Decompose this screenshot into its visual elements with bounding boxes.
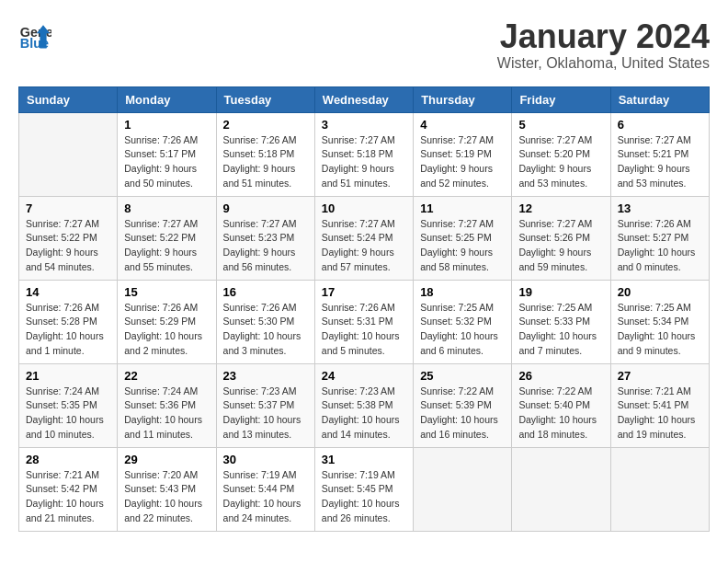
day-number: 30 <box>223 453 308 466</box>
day-number: 19 <box>518 285 603 299</box>
calendar-week-2: 7Sunrise: 7:27 AM Sunset: 5:22 PM Daylig… <box>19 196 710 280</box>
day-number: 20 <box>618 285 702 299</box>
day-info: Sunrise: 7:27 AM Sunset: 5:18 PM Dayligh… <box>322 133 406 191</box>
weekday-header-wednesday: Wednesday <box>314 86 413 112</box>
calendar-cell: 31Sunrise: 7:19 AM Sunset: 5:45 PM Dayli… <box>314 447 413 531</box>
day-number: 13 <box>618 201 702 215</box>
day-number: 11 <box>420 201 505 215</box>
day-number: 18 <box>420 285 505 299</box>
day-info: Sunrise: 7:21 AM Sunset: 5:42 PM Dayligh… <box>26 468 110 526</box>
day-number: 2 <box>223 118 308 132</box>
day-number: 28 <box>26 453 110 466</box>
day-info: Sunrise: 7:27 AM Sunset: 5:19 PM Dayligh… <box>420 133 505 191</box>
day-number: 26 <box>518 369 603 383</box>
day-info: Sunrise: 7:22 AM Sunset: 5:40 PM Dayligh… <box>518 385 603 442</box>
calendar-cell: 27Sunrise: 7:21 AM Sunset: 5:41 PM Dayli… <box>610 363 709 447</box>
day-info: Sunrise: 7:27 AM Sunset: 5:21 PM Dayligh… <box>618 133 702 191</box>
day-info: Sunrise: 7:26 AM Sunset: 5:28 PM Dayligh… <box>26 301 110 359</box>
calendar-cell: 28Sunrise: 7:21 AM Sunset: 5:42 PM Dayli… <box>19 447 118 531</box>
calendar-cell: 15Sunrise: 7:26 AM Sunset: 5:29 PM Dayli… <box>118 280 216 363</box>
calendar-cell: 19Sunrise: 7:25 AM Sunset: 5:33 PM Dayli… <box>512 280 610 363</box>
day-number: 8 <box>124 201 209 215</box>
day-info: Sunrise: 7:26 AM Sunset: 5:30 PM Dayligh… <box>223 301 308 359</box>
day-number: 27 <box>618 369 702 383</box>
calendar-cell: 9Sunrise: 7:27 AM Sunset: 5:23 PM Daylig… <box>216 196 314 280</box>
calendar-cell: 24Sunrise: 7:23 AM Sunset: 5:38 PM Dayli… <box>314 363 413 447</box>
calendar-cell: 4Sunrise: 7:27 AM Sunset: 5:19 PM Daylig… <box>414 112 512 196</box>
calendar-cell: 6Sunrise: 7:27 AM Sunset: 5:21 PM Daylig… <box>610 112 709 196</box>
day-info: Sunrise: 7:27 AM Sunset: 5:20 PM Dayligh… <box>518 133 603 191</box>
calendar-week-1: 1Sunrise: 7:26 AM Sunset: 5:17 PM Daylig… <box>19 112 710 196</box>
day-info: Sunrise: 7:27 AM Sunset: 5:22 PM Dayligh… <box>26 217 110 275</box>
day-info: Sunrise: 7:25 AM Sunset: 5:34 PM Dayligh… <box>618 301 702 359</box>
day-info: Sunrise: 7:26 AM Sunset: 5:17 PM Dayligh… <box>124 133 209 191</box>
calendar-cell: 23Sunrise: 7:23 AM Sunset: 5:37 PM Dayli… <box>216 363 314 447</box>
logo: General Blue <box>18 18 51 52</box>
calendar-cell: 18Sunrise: 7:25 AM Sunset: 5:32 PM Dayli… <box>414 280 512 363</box>
calendar-week-3: 14Sunrise: 7:26 AM Sunset: 5:28 PM Dayli… <box>19 280 710 363</box>
calendar-table: SundayMondayTuesdayWednesdayThursdayFrid… <box>18 86 710 532</box>
day-info: Sunrise: 7:20 AM Sunset: 5:43 PM Dayligh… <box>124 468 209 526</box>
day-info: Sunrise: 7:26 AM Sunset: 5:29 PM Dayligh… <box>124 301 209 359</box>
weekday-header-saturday: Saturday <box>610 86 709 112</box>
day-number: 1 <box>124 118 209 132</box>
day-info: Sunrise: 7:25 AM Sunset: 5:33 PM Dayligh… <box>518 301 603 359</box>
day-info: Sunrise: 7:26 AM Sunset: 5:18 PM Dayligh… <box>223 133 308 191</box>
day-info: Sunrise: 7:27 AM Sunset: 5:26 PM Dayligh… <box>518 217 603 275</box>
day-number: 31 <box>322 453 406 466</box>
location-title: Wister, Oklahoma, United States <box>497 55 710 72</box>
calendar-cell <box>512 447 610 531</box>
calendar-cell: 5Sunrise: 7:27 AM Sunset: 5:20 PM Daylig… <box>512 112 610 196</box>
weekday-header-tuesday: Tuesday <box>216 86 314 112</box>
calendar-cell: 22Sunrise: 7:24 AM Sunset: 5:36 PM Dayli… <box>118 363 216 447</box>
weekday-header-thursday: Thursday <box>414 86 512 112</box>
calendar-cell: 14Sunrise: 7:26 AM Sunset: 5:28 PM Dayli… <box>19 280 118 363</box>
calendar-body: 1Sunrise: 7:26 AM Sunset: 5:17 PM Daylig… <box>19 112 710 531</box>
calendar-cell: 13Sunrise: 7:26 AM Sunset: 5:27 PM Dayli… <box>610 196 709 280</box>
day-number: 5 <box>518 118 603 132</box>
calendar-cell: 2Sunrise: 7:26 AM Sunset: 5:18 PM Daylig… <box>216 112 314 196</box>
day-number: 6 <box>618 118 702 132</box>
day-number: 14 <box>26 285 110 299</box>
calendar-cell: 10Sunrise: 7:27 AM Sunset: 5:24 PM Dayli… <box>314 196 413 280</box>
day-info: Sunrise: 7:22 AM Sunset: 5:39 PM Dayligh… <box>420 385 505 442</box>
day-info: Sunrise: 7:24 AM Sunset: 5:36 PM Dayligh… <box>124 385 209 442</box>
month-title: January 2024 <box>497 18 710 55</box>
day-number: 21 <box>26 369 110 383</box>
calendar-cell: 29Sunrise: 7:20 AM Sunset: 5:43 PM Dayli… <box>118 447 216 531</box>
day-number: 24 <box>322 369 406 383</box>
page-header: General Blue January 2024 Wister, Oklaho… <box>18 18 710 72</box>
day-info: Sunrise: 7:23 AM Sunset: 5:37 PM Dayligh… <box>223 385 308 442</box>
calendar-cell: 20Sunrise: 7:25 AM Sunset: 5:34 PM Dayli… <box>610 280 709 363</box>
calendar-cell: 12Sunrise: 7:27 AM Sunset: 5:26 PM Dayli… <box>512 196 610 280</box>
day-info: Sunrise: 7:27 AM Sunset: 5:24 PM Dayligh… <box>322 217 406 275</box>
day-number: 9 <box>223 201 308 215</box>
day-number: 3 <box>322 118 406 132</box>
title-block: January 2024 Wister, Oklahoma, United St… <box>497 18 710 72</box>
day-number: 17 <box>322 285 406 299</box>
weekday-header-monday: Monday <box>118 86 216 112</box>
day-info: Sunrise: 7:19 AM Sunset: 5:44 PM Dayligh… <box>223 468 308 526</box>
calendar-cell: 17Sunrise: 7:26 AM Sunset: 5:31 PM Dayli… <box>314 280 413 363</box>
day-number: 22 <box>124 369 209 383</box>
weekday-header-row: SundayMondayTuesdayWednesdayThursdayFrid… <box>19 86 710 112</box>
calendar-cell: 11Sunrise: 7:27 AM Sunset: 5:25 PM Dayli… <box>414 196 512 280</box>
day-number: 10 <box>322 201 406 215</box>
day-info: Sunrise: 7:25 AM Sunset: 5:32 PM Dayligh… <box>420 301 505 359</box>
day-info: Sunrise: 7:27 AM Sunset: 5:23 PM Dayligh… <box>223 217 308 275</box>
day-number: 7 <box>26 201 110 215</box>
calendar-header: SundayMondayTuesdayWednesdayThursdayFrid… <box>19 86 710 112</box>
calendar-cell <box>610 447 709 531</box>
calendar-week-4: 21Sunrise: 7:24 AM Sunset: 5:35 PM Dayli… <box>19 363 710 447</box>
day-number: 4 <box>420 118 505 132</box>
day-number: 23 <box>223 369 308 383</box>
calendar-cell: 8Sunrise: 7:27 AM Sunset: 5:22 PM Daylig… <box>118 196 216 280</box>
day-number: 12 <box>518 201 603 215</box>
day-number: 15 <box>124 285 209 299</box>
calendar-cell: 30Sunrise: 7:19 AM Sunset: 5:44 PM Dayli… <box>216 447 314 531</box>
day-info: Sunrise: 7:24 AM Sunset: 5:35 PM Dayligh… <box>26 385 110 442</box>
calendar-cell: 26Sunrise: 7:22 AM Sunset: 5:40 PM Dayli… <box>512 363 610 447</box>
day-number: 25 <box>420 369 505 383</box>
calendar-cell: 25Sunrise: 7:22 AM Sunset: 5:39 PM Dayli… <box>414 363 512 447</box>
calendar-cell: 21Sunrise: 7:24 AM Sunset: 5:35 PM Dayli… <box>19 363 118 447</box>
